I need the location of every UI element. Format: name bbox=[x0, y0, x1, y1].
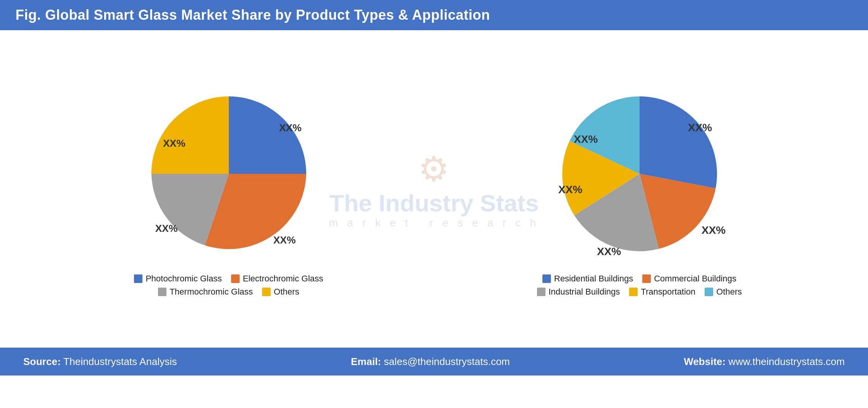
legend-transportation: Transportation bbox=[629, 287, 695, 297]
label-photochromic: XX% bbox=[279, 122, 302, 134]
legend-commercial: Commercial Buildings bbox=[642, 274, 736, 284]
legend-color-transportation bbox=[629, 288, 638, 296]
slice-residential bbox=[640, 96, 717, 188]
chart2-container: XX% XX% XX% XX% XX% Residential Building… bbox=[434, 81, 845, 297]
label-others1: XX% bbox=[163, 137, 185, 149]
slice-others1 bbox=[151, 96, 229, 174]
legend-others2: Others bbox=[705, 287, 742, 297]
chart2-pie: XX% XX% XX% XX% XX% bbox=[547, 81, 732, 267]
legend-color-photochromic bbox=[134, 274, 142, 283]
legend-electrochromic: Electrochromic Glass bbox=[231, 274, 323, 284]
label-thermochromic: XX% bbox=[155, 223, 178, 234]
legend-color-thermochromic bbox=[158, 288, 166, 296]
footer-website: Website: www.theindustrystats.com bbox=[684, 356, 845, 368]
legend-residential: Residential Buildings bbox=[542, 274, 633, 284]
chart2-legend: Residential Buildings Commercial Buildin… bbox=[531, 274, 748, 297]
legend-color-others1 bbox=[262, 288, 271, 296]
chart2-svg: XX% XX% XX% XX% XX% bbox=[547, 81, 732, 267]
footer: Source: Theindustrystats Analysis Email:… bbox=[0, 348, 868, 375]
main-content: ⚙ The Industry Stats m a r k e t r e s e… bbox=[0, 30, 868, 348]
label-electrochromic: XX% bbox=[273, 234, 296, 246]
legend-thermochromic: Thermochromic Glass bbox=[158, 287, 253, 297]
chart1-pie: XX% XX% XX% XX% bbox=[136, 81, 322, 267]
page-title: Fig. Global Smart Glass Market Share by … bbox=[0, 0, 868, 30]
legend-color-commercial bbox=[642, 274, 651, 283]
legend-others1: Others bbox=[262, 287, 299, 297]
slice-photochromic bbox=[229, 96, 306, 174]
legend-color-others2 bbox=[705, 288, 713, 296]
label-industrial: XX% bbox=[597, 245, 621, 257]
legend-color-electrochromic bbox=[231, 274, 240, 283]
label-others2: XX% bbox=[574, 133, 598, 145]
label-residential: XX% bbox=[688, 122, 712, 134]
legend-photochromic: Photochromic Glass bbox=[134, 274, 222, 284]
chart1-container: XX% XX% XX% XX% Photochromic Glass Elect… bbox=[23, 81, 434, 297]
label-transportation: XX% bbox=[558, 183, 582, 195]
chart1-svg: XX% XX% XX% XX% bbox=[136, 81, 322, 267]
footer-email: Email: sales@theindustrystats.com bbox=[351, 356, 510, 368]
legend-color-industrial bbox=[537, 288, 546, 296]
legend-industrial: Industrial Buildings bbox=[537, 287, 620, 297]
legend-color-residential bbox=[542, 274, 551, 283]
footer-source: Source: Theindustrystats Analysis bbox=[23, 356, 177, 368]
label-commercial: XX% bbox=[702, 224, 726, 236]
chart1-legend: Photochromic Glass Electrochromic Glass … bbox=[120, 274, 337, 297]
